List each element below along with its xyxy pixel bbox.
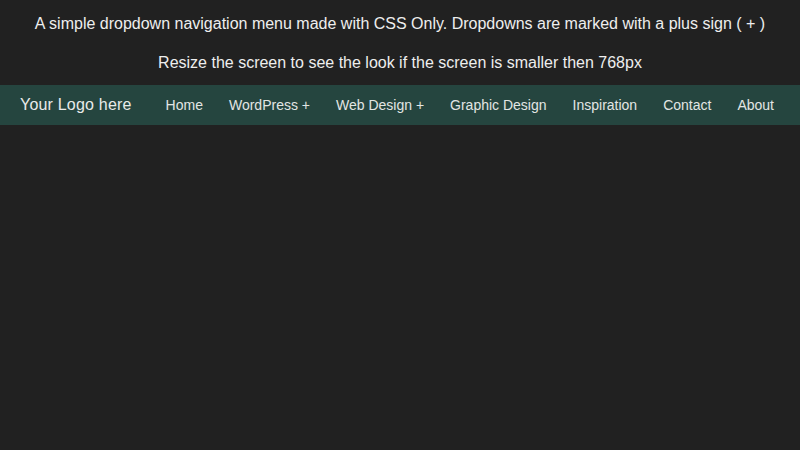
nav-item-graphic-design: Graphic Design [437, 86, 560, 124]
nav-link-inspiration[interactable]: Inspiration [560, 86, 651, 124]
nav-link-graphic-design[interactable]: Graphic Design [437, 86, 560, 124]
nav-item-home: Home [153, 86, 216, 124]
nav-item-wordpress: WordPress + [216, 86, 323, 124]
main-navbar: Your Logo here Home WordPress + Web Desi… [0, 85, 800, 125]
nav-menu: Home WordPress + Web Design + Graphic De… [153, 86, 787, 124]
nav-item-web-design: Web Design + [323, 86, 437, 124]
nav-link-about[interactable]: About [724, 86, 787, 124]
nav-link-web-design-dropdown[interactable]: Web Design + [323, 86, 437, 124]
logo-text[interactable]: Your Logo here [20, 96, 132, 114]
nav-item-inspiration: Inspiration [560, 86, 651, 124]
empty-content-area [0, 125, 800, 450]
nav-item-about: About [724, 86, 787, 124]
intro-line-1: A simple dropdown navigation menu made w… [0, 0, 800, 33]
intro-line-2: Resize the screen to see the look if the… [0, 33, 800, 72]
intro-section: A simple dropdown navigation menu made w… [0, 0, 800, 73]
nav-link-contact[interactable]: Contact [650, 86, 724, 124]
nav-link-wordpress-dropdown[interactable]: WordPress + [216, 86, 323, 124]
nav-item-contact: Contact [650, 86, 724, 124]
nav-link-home[interactable]: Home [153, 86, 216, 124]
